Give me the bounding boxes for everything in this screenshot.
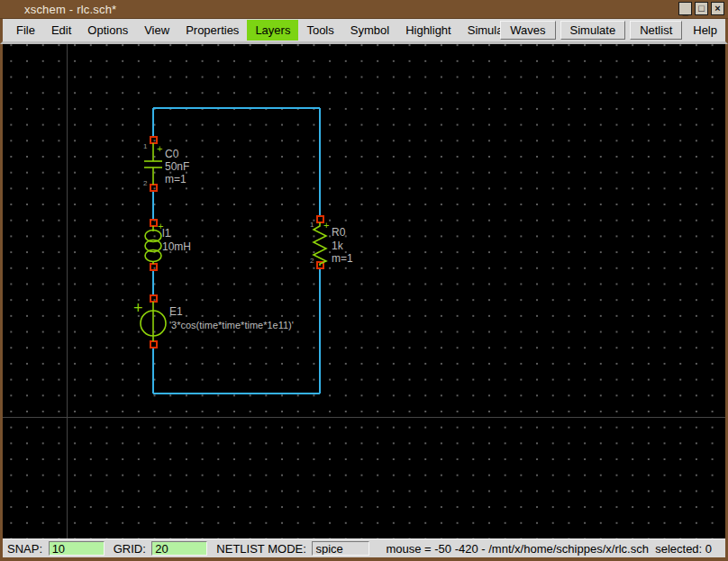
grid-label: GRID: xyxy=(114,542,150,556)
inductor-pin1-square xyxy=(150,220,157,226)
window-controls: _ □ × xyxy=(678,2,724,15)
capacitor-pin2-number: 2 xyxy=(143,179,148,187)
capacitor-pin1-number: 1 xyxy=(143,142,148,150)
component-inductor[interactable]: + l1 10mH xyxy=(145,220,191,270)
menu-view[interactable]: View xyxy=(136,20,177,41)
source-name-label: E1 xyxy=(169,305,183,318)
resistor-pin2-number: 2 xyxy=(310,257,314,265)
maximize-icon[interactable]: □ xyxy=(695,2,708,15)
simulate-button[interactable]: Simulate xyxy=(560,21,626,40)
source-plus-sign: + xyxy=(133,299,143,317)
menu-tools[interactable]: Tools xyxy=(298,20,341,41)
netlist-mode-label: NETLIST MODE: xyxy=(216,542,309,556)
rlc-circuit: 1 2 + C0 50nF m=1 + l1 10mH xyxy=(3,44,725,538)
close-icon[interactable]: × xyxy=(711,2,724,15)
snap-label: SNAP: xyxy=(7,542,46,556)
title-bar[interactable]: xschem - rlc.sch* _ □ × xyxy=(0,0,728,19)
source-pin2-square xyxy=(150,341,157,348)
source-pin1-square xyxy=(150,295,157,302)
xschem-window: xschem - rlc.sch* _ □ × File Edit Option… xyxy=(0,0,728,561)
inductor-name-label: l1 xyxy=(162,227,171,240)
menu-help[interactable]: Help xyxy=(687,20,723,41)
source-value-label: '3*cos(time*time*time*1e11)' xyxy=(169,320,294,330)
capacitor-m-label: m=1 xyxy=(165,173,187,185)
resistor-name-label: R0 xyxy=(332,226,346,239)
mouse-status-text: mouse = -50 -420 - /mnt/x/home/schippes/… xyxy=(386,542,712,556)
grid-input[interactable] xyxy=(151,541,207,556)
menu-options[interactable]: Options xyxy=(79,20,136,41)
window-border-bottom xyxy=(0,557,728,561)
schematic-canvas[interactable]: 1 2 + C0 50nF m=1 + l1 10mH xyxy=(3,44,725,538)
menu-bar: File Edit Options View Properties Layers… xyxy=(0,19,728,44)
resistor-pin1-number: 1 xyxy=(310,221,314,229)
window-title: xschem - rlc.sch* xyxy=(24,3,116,16)
capacitor-pin1-square xyxy=(150,137,157,143)
waves-button[interactable]: Waves xyxy=(500,21,555,40)
inductor-pin2-square xyxy=(150,264,157,270)
capacitor-plus-sign: + xyxy=(157,143,162,154)
component-capacitor[interactable]: 1 2 + C0 50nF m=1 xyxy=(143,137,189,191)
resistor-value-label: 1k xyxy=(332,240,344,252)
component-source[interactable]: + E1 '3*cos(time*time*time*1e11)' xyxy=(133,295,294,348)
resistor-m-label: m=1 xyxy=(332,252,353,265)
snap-input[interactable] xyxy=(49,541,105,556)
menu-bar-right: Waves Simulate Netlist Help xyxy=(500,20,723,41)
capacitor-pin2-square xyxy=(150,185,157,191)
menu-symbol[interactable]: Symbol xyxy=(342,20,397,41)
menu-properties[interactable]: Properties xyxy=(177,20,247,41)
menu-file[interactable]: File xyxy=(8,20,43,41)
minimize-icon[interactable]: _ xyxy=(678,2,692,15)
inductor-value-label: 10mH xyxy=(162,240,191,253)
netlist-mode-input[interactable] xyxy=(312,541,369,556)
capacitor-value-label: 50nF xyxy=(165,160,189,173)
menu-highlight[interactable]: Highlight xyxy=(397,20,460,41)
menu-layers[interactable]: Layers xyxy=(247,20,298,41)
resistor-plus-sign: + xyxy=(323,220,329,231)
component-resistor[interactable]: 1 2 + R0 1k m=1 xyxy=(310,216,353,268)
capacitor-name-label: C0 xyxy=(165,148,179,160)
status-bar: SNAP: GRID: NETLIST MODE: mouse = -50 -4… xyxy=(3,538,725,557)
netlist-button[interactable]: Netlist xyxy=(630,21,682,40)
resistor-pin1-square xyxy=(317,216,323,222)
menu-edit[interactable]: Edit xyxy=(43,20,79,41)
